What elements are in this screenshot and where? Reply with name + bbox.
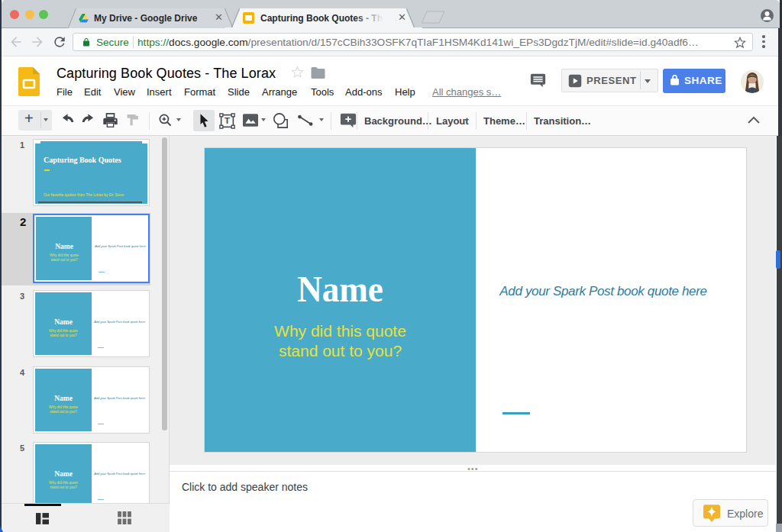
svg-text:T: T <box>225 116 230 125</box>
